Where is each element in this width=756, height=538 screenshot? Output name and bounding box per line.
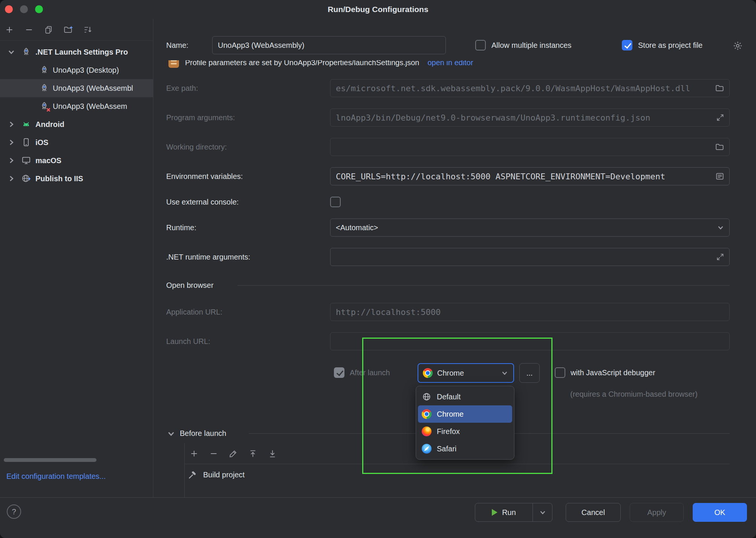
sidebar-item-android[interactable]: Android [0,115,153,133]
allow-multiple-instances-checkbox[interactable] [475,40,486,50]
browser-select-value: Chrome [437,369,464,378]
ok-button[interactable]: OK [693,503,747,522]
expand-icon[interactable] [716,252,725,261]
dotnet-runtime-arguments-label: .NET runtime arguments: [166,248,250,266]
popup-item-chrome[interactable]: Chrome [418,405,512,423]
chevron-down-icon[interactable] [7,47,16,57]
chevron-right-icon[interactable] [7,174,16,183]
tree-item-label: Publish to IIS [35,170,83,188]
chevron-right-icon[interactable] [7,156,16,165]
popup-item-safari[interactable]: Safari [418,440,512,457]
sidebar-item-ios[interactable]: iOS [0,133,153,151]
exe-path-field[interactable]: es/microsoft.net.sdk.webassembly.pack/9.… [330,79,730,97]
launch-url-field[interactable] [330,332,730,350]
dialog-footer: ? Run Cancel Apply OK [0,497,756,538]
add-icon[interactable] [5,25,14,35]
js-debugger-note: (requires a Chromium-based browser) [570,385,698,403]
store-as-project-file-label: Store as project file [638,36,702,54]
expand-icon[interactable] [716,113,725,122]
name-label: Name: [166,36,188,54]
browser-select[interactable]: Chrome [418,363,514,383]
popup-item-default[interactable]: Default [418,388,512,405]
macos-icon [21,155,31,165]
sidebar-item-macos[interactable]: macOS [0,151,153,170]
dotnet-runtime-arguments-field[interactable] [330,248,730,266]
apply-button[interactable]: Apply [630,503,684,522]
popup-item-firefox[interactable]: Firefox [418,423,512,440]
launch-profile-icon [168,60,179,68]
working-directory-field[interactable] [330,138,730,156]
runtime-label: Runtime: [166,219,196,237]
copy-icon[interactable] [44,25,54,35]
play-icon [492,509,497,516]
publish-iis-icon [21,173,31,183]
store-as-project-file-checkbox[interactable] [622,40,632,50]
browse-browsers-button[interactable]: ... [519,363,540,383]
collapse-chevron-icon[interactable] [166,429,176,439]
sidebar-item-unoapp3-webassembly-selected[interactable]: UnoApp3 (WebAssembl [0,79,153,97]
chevron-right-icon[interactable] [7,120,16,129]
banner-clip: Profile parameters are set by UnoApp3/Pr… [162,60,756,80]
firefox-icon [422,426,432,436]
open-in-editor-link[interactable]: open in editor [427,60,473,67]
sort-icon[interactable] [83,25,93,35]
new-folder-icon[interactable] [63,25,73,35]
tree-item-label: .NET Launch Settings Pro [35,43,128,61]
open-browser-section-label: Open browser [166,276,214,294]
dialog-title: Run/Debug Configurations [0,0,756,19]
sidebar-toolbar [0,19,153,41]
after-launch-checkbox[interactable] [334,367,344,378]
chevron-down-icon [500,369,509,377]
remove-icon[interactable] [24,25,34,35]
tree-item-label: UnoApp3 (WebAssem [53,97,127,115]
move-down-icon[interactable] [268,449,277,459]
edit-configuration-templates-link[interactable]: Edit configuration templates... [6,472,106,481]
run-button[interactable]: Run [475,503,552,522]
chevron-right-icon[interactable] [7,138,16,147]
help-button[interactable]: ? [7,504,21,519]
add-icon[interactable] [189,449,199,459]
gear-icon[interactable] [733,41,743,51]
chrome-icon [422,409,432,419]
move-up-icon[interactable] [248,449,258,459]
sidebar-item-unoapp3-desktop[interactable]: UnoApp3 (Desktop) [0,61,153,79]
safari-icon [422,444,432,454]
environment-variables-field[interactable]: CORE_URLS=http://localhost:5000 ASPNETCO… [330,167,730,185]
before-launch-task-build-project[interactable]: Build project [185,464,730,485]
chrome-icon [423,368,433,378]
use-external-console-checkbox[interactable] [330,197,341,207]
launch-settings-icon [21,47,31,57]
tree-item-label: macOS [35,151,61,170]
list-icon[interactable] [715,171,725,181]
task-label: Build project [203,471,245,479]
section-divider [237,285,730,286]
sidebar-item-dotnet-launch-settings[interactable]: .NET Launch Settings Pro [0,43,153,61]
working-directory-label: Working directory: [166,138,227,156]
folder-icon[interactable] [715,142,725,152]
banner-text: Profile parameters are set by UnoApp3/Pr… [185,60,419,67]
before-launch-section-label: Before launch [180,424,226,442]
folder-icon[interactable] [715,83,725,93]
tree-item-label: UnoApp3 (Desktop) [53,61,119,79]
runtime-select[interactable]: <Automatic> [330,219,730,237]
run-debug-configurations-dialog: Run/Debug Configurations .NET Launch Set… [0,0,756,538]
with-js-debugger-checkbox[interactable] [555,367,565,378]
hammer-icon [188,470,198,480]
android-icon [21,119,31,129]
application-url-field[interactable]: http://localhost:5000 [330,303,730,321]
run-button-main[interactable]: Run [475,503,533,521]
sidebar-item-publish-to-iis[interactable]: Publish to IIS [0,170,153,188]
horizontal-scrollbar[interactable] [4,458,96,462]
run-config-error-icon [39,101,49,111]
sidebar-item-unoapp3-webassembly-error[interactable]: UnoApp3 (WebAssem [0,97,153,115]
globe-icon [422,392,432,402]
edit-icon[interactable] [228,449,238,459]
run-button-dropdown[interactable] [533,503,552,521]
with-js-debugger-label: with JavaScript debugger [571,364,655,382]
remove-icon[interactable] [209,449,219,459]
name-input[interactable] [212,36,446,54]
program-arguments-field[interactable]: lnoApp3/bin/Debug/net9.0-browserwasm/Uno… [330,109,730,127]
run-config-icon [39,65,49,75]
use-external-console-label: Use external console: [166,193,239,211]
cancel-button[interactable]: Cancel [566,503,621,522]
